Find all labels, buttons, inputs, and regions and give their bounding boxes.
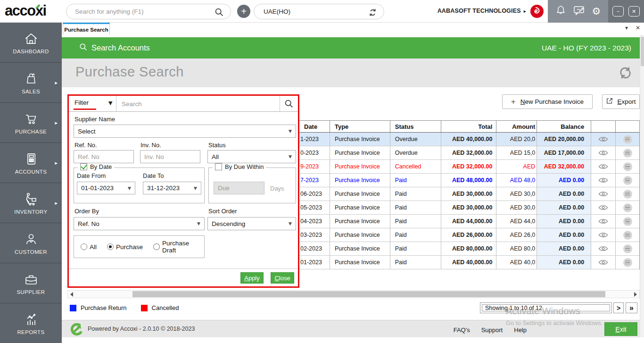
minimize-window-icon[interactable]: −	[612, 6, 624, 17]
tab-purchase-search[interactable]: Purchase Search	[63, 23, 110, 35]
date-to-label: Date To	[143, 172, 164, 179]
date-from-picker[interactable]: 01-01-2023 ▼	[77, 182, 135, 194]
notifications-bell-icon[interactable]	[555, 5, 566, 18]
view-eye-icon[interactable]	[591, 201, 616, 214]
sidebar-item-supplier[interactable]: SUPPLIER	[0, 263, 62, 303]
switch-organization-icon[interactable]	[368, 8, 377, 18]
user-avatar[interactable]	[530, 4, 544, 18]
next-page-button[interactable]: >	[613, 302, 624, 313]
table-row[interactable]: 9-2023Purchase InvoiceCancelledAED 32,00…	[264, 160, 639, 174]
row-menu-icon[interactable]	[616, 133, 639, 146]
filter-search-input[interactable]	[122, 98, 277, 110]
sidebar-item-customer[interactable]: CUSTOMER	[0, 223, 62, 263]
cell-total: AED 30,000.00	[441, 187, 497, 201]
messages-chat-icon[interactable]	[573, 5, 585, 17]
column-header-status: Status	[390, 121, 441, 132]
close-window-icon[interactable]: ✕	[628, 6, 640, 17]
row-menu-icon[interactable]	[616, 201, 639, 214]
company-menu[interactable]: AABASOFT TECHNOLOGIES ▸	[438, 8, 526, 14]
filter-caret-icon[interactable]: ▼	[108, 100, 112, 106]
view-eye-icon[interactable]	[591, 146, 616, 159]
view-eye-icon[interactable]	[591, 187, 616, 201]
sidebar-item-purchase[interactable]: PURCHASE▸	[0, 103, 62, 143]
vertical-scroll-thumb[interactable]	[641, 37, 644, 66]
radio-option-all[interactable]: All	[81, 243, 97, 251]
view-eye-icon[interactable]	[591, 228, 616, 242]
supplier-select[interactable]: Select ▼	[74, 125, 296, 138]
horizontal-scrollbar[interactable]	[67, 290, 640, 298]
due-days-input[interactable]	[214, 182, 264, 194]
table-row[interactable]: 1-2023Purchase InvoiceOverdueAED 40,000.…	[264, 133, 639, 146]
date-to-picker[interactable]: 31-12-2023 ▼	[143, 182, 201, 194]
pagination-status: Showing 1 to 10 of 12	[482, 304, 610, 311]
table-row[interactable]: 01-2023Purchase InvoicePaidAED 40,000.00…	[264, 256, 639, 269]
filter-tab-label[interactable]: Filter	[74, 99, 89, 106]
view-eye-icon[interactable]	[591, 242, 616, 255]
view-eye-icon[interactable]	[591, 256, 616, 269]
radio-option-purchase[interactable]: Purchase	[107, 243, 143, 251]
table-row[interactable]: 06-2023Purchase InvoicePaidAED 30,000.00…	[264, 187, 639, 201]
settings-gear-icon[interactable]: ⚙	[592, 7, 601, 17]
row-menu-icon[interactable]	[616, 174, 639, 187]
footer-link-faqs[interactable]: FAQ's	[454, 326, 470, 334]
sidebar-item-reports[interactable]: REPORTS	[0, 303, 62, 343]
close-button[interactable]: Close	[271, 272, 294, 284]
sidebar-item-label: SALES	[22, 89, 40, 94]
quick-add-button[interactable]: +	[237, 5, 250, 18]
view-eye-icon[interactable]	[591, 215, 616, 228]
cell-type: Purchase Invoice	[330, 228, 390, 242]
sidebar-item-dashboard[interactable]: DASHBOARD	[0, 23, 62, 63]
sidebar-item-accounts[interactable]: ACCOUNTS▸	[0, 143, 62, 183]
global-search-input[interactable]	[75, 8, 212, 15]
row-menu-icon[interactable]	[616, 160, 639, 173]
exit-button[interactable]: Exit	[604, 322, 637, 336]
row-menu-icon[interactable]	[616, 242, 639, 255]
row-menu-icon[interactable]	[616, 146, 639, 159]
by-date-checkbox[interactable]	[80, 163, 87, 170]
table-row[interactable]: 02-2023Purchase InvoicePaidAED 80,000.00…	[264, 242, 639, 256]
scroll-left-icon[interactable]	[70, 292, 73, 297]
sidebar-item-sales[interactable]: SALES▸	[0, 63, 62, 103]
tab-strip: Purchase Search ▾ ✕	[62, 23, 644, 35]
refresh-icon[interactable]	[618, 65, 633, 83]
table-row[interactable]: 05-2023Purchase InvoicePaidAED 30,000.00…	[264, 201, 639, 215]
footer-link-help[interactable]: Help	[514, 326, 527, 334]
global-search-field[interactable]	[66, 4, 231, 19]
table-row[interactable]: 03-2023Purchase InvoicePaidAED 26,000.00…	[264, 228, 639, 242]
last-page-button[interactable]: »	[626, 302, 637, 313]
order-by-select[interactable]: Ref. No ▼	[74, 217, 205, 230]
status-select[interactable]: All ▼	[207, 150, 296, 163]
footer-link-support[interactable]: Support	[481, 326, 503, 334]
scroll-right-icon[interactable]	[634, 292, 637, 297]
view-eye-icon[interactable]	[591, 133, 616, 146]
horizontal-scroll-thumb[interactable]	[132, 291, 605, 297]
table-row[interactable]: 0-2023Purchase InvoiceOverdueAED 32,000.…	[264, 146, 639, 160]
row-menu-icon[interactable]	[616, 215, 639, 228]
radio-option-purchase-draft[interactable]: Purchase Draft	[153, 240, 204, 254]
row-menu-icon[interactable]	[616, 228, 639, 242]
export-button[interactable]: Export	[602, 94, 640, 109]
view-eye-icon[interactable]	[591, 160, 616, 173]
view-eye-icon[interactable]	[591, 174, 616, 187]
inv-no-input[interactable]	[140, 150, 200, 163]
search-icon[interactable]	[215, 8, 224, 19]
ref-no-input[interactable]	[74, 150, 134, 163]
row-menu-icon[interactable]	[616, 256, 639, 269]
sidebar-item-inventory[interactable]: INVENTORY▸	[0, 183, 62, 223]
tab-list-caret-icon[interactable]: ▾	[625, 25, 628, 31]
by-due-within-checkbox[interactable]	[215, 163, 222, 170]
status-label: Status	[208, 142, 226, 149]
tab-close-icon[interactable]: ✕	[636, 25, 640, 31]
table-row[interactable]: 7-2023Purchase InvoicePaidAED 48,000.00A…	[264, 174, 639, 187]
filter-search-icon[interactable]	[284, 99, 294, 110]
table-row[interactable]: 04-2023Purchase InvoicePaidAED 44,000.00…	[264, 215, 639, 228]
row-menu-icon[interactable]	[616, 187, 639, 201]
export-label: Export	[617, 98, 636, 105]
chevron-right-icon: ▸	[524, 8, 526, 14]
sort-order-select[interactable]: Descending ▼	[207, 217, 296, 230]
vertical-scrollbar[interactable]	[640, 35, 644, 337]
apply-button[interactable]: Apply	[240, 272, 264, 284]
new-purchase-invoice-button[interactable]: + New Purchase Invoice	[502, 94, 593, 109]
cell-total: AED 44,000.00	[441, 215, 497, 228]
organization-selector[interactable]: UAE(HO)	[254, 4, 384, 19]
